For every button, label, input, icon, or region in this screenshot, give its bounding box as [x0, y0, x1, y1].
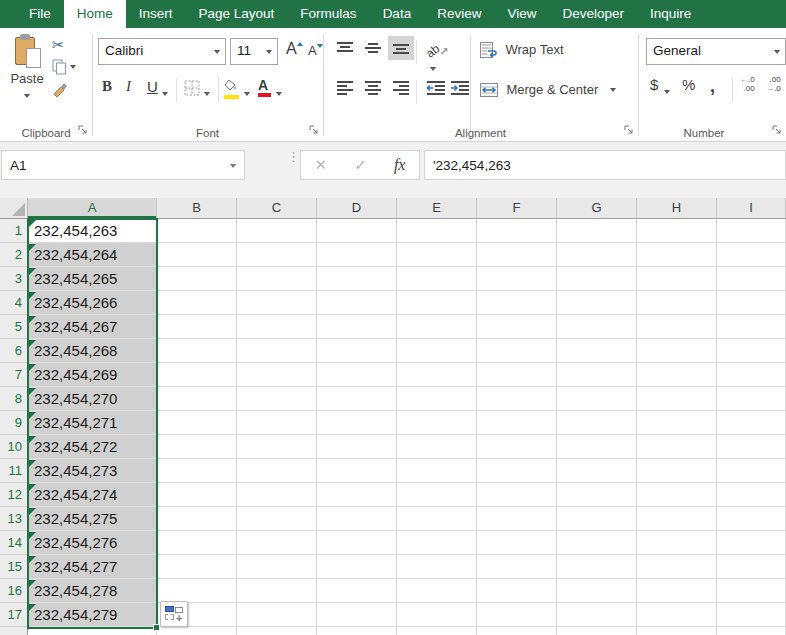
cell-G3[interactable] [557, 267, 637, 291]
cancel-icon[interactable]: ✕ [315, 156, 328, 174]
cell-A10[interactable]: 232,454,272 [28, 435, 157, 459]
increase-indent-button[interactable] [446, 76, 472, 100]
cell-G13[interactable] [557, 507, 637, 531]
insert-function-icon[interactable]: fx [394, 156, 406, 174]
cell-E1[interactable] [397, 219, 477, 243]
cell-B5[interactable] [157, 315, 237, 339]
cell-H9[interactable] [637, 411, 717, 435]
cell-B10[interactable] [157, 435, 237, 459]
formula-input[interactable]: '232,454,263 [424, 150, 786, 180]
cell-F5[interactable] [477, 315, 557, 339]
cell-A5[interactable]: 232,454,267 [28, 315, 157, 339]
cell-F4[interactable] [477, 291, 557, 315]
cell-D12[interactable] [317, 483, 397, 507]
cell-E11[interactable] [397, 459, 477, 483]
cell-H13[interactable] [637, 507, 717, 531]
fill-color-button[interactable] [224, 78, 240, 95]
cell-C18[interactable] [237, 627, 317, 635]
cell-D14[interactable] [317, 531, 397, 555]
cell-G6[interactable] [557, 339, 637, 363]
tab-page-layout[interactable]: Page Layout [186, 0, 288, 28]
number-format-dropdown-icon[interactable] [774, 50, 780, 54]
font-color-button[interactable]: A [258, 77, 268, 93]
cell-A13[interactable]: 232,454,275 [28, 507, 157, 531]
cell-I6[interactable] [717, 339, 786, 363]
decrease-indent-button[interactable] [422, 76, 448, 100]
column-header-F[interactable]: F [477, 198, 557, 218]
cut-button[interactable]: ✂ [52, 34, 90, 56]
shrink-font-button[interactable]: A [308, 43, 323, 58]
orientation-button[interactable]: ab↗ [421, 36, 457, 60]
cell-H18[interactable] [637, 627, 717, 635]
cell-C13[interactable] [237, 507, 317, 531]
cell-E12[interactable] [397, 483, 477, 507]
cell-B3[interactable] [157, 267, 237, 291]
cell-I15[interactable] [717, 555, 786, 579]
cell-C12[interactable] [237, 483, 317, 507]
cell-A8[interactable]: 232,454,270 [28, 387, 157, 411]
cell-B8[interactable] [157, 387, 237, 411]
column-header-B[interactable]: B [157, 198, 237, 218]
cell-C7[interactable] [237, 363, 317, 387]
font-color-dropdown-icon[interactable] [276, 84, 282, 101]
cell-F18[interactable] [477, 627, 557, 635]
paste-dropdown-icon[interactable] [24, 94, 30, 98]
cell-B7[interactable] [157, 363, 237, 387]
tab-data[interactable]: Data [370, 0, 425, 28]
increase-decimal-button[interactable]: ←.0 .00 [740, 75, 755, 93]
cell-I1[interactable] [717, 219, 786, 243]
bold-button[interactable]: B [102, 78, 112, 95]
cell-H2[interactable] [637, 243, 717, 267]
cell-G16[interactable] [557, 579, 637, 603]
percent-button[interactable]: % [682, 76, 695, 93]
number-format-combo[interactable]: General [646, 38, 786, 65]
row-header-17[interactable]: 17 [0, 603, 28, 627]
cell-B15[interactable] [157, 555, 237, 579]
name-box-dropdown-icon[interactable] [230, 164, 236, 168]
cell-E7[interactable] [397, 363, 477, 387]
autofill-options-button[interactable]: + [160, 601, 188, 627]
clipboard-dialog-launcher-icon[interactable] [78, 125, 89, 136]
cell-C5[interactable] [237, 315, 317, 339]
cell-D10[interactable] [317, 435, 397, 459]
cell-I14[interactable] [717, 531, 786, 555]
cell-A14[interactable]: 232,454,276 [28, 531, 157, 555]
cell-H7[interactable] [637, 363, 717, 387]
cell-D7[interactable] [317, 363, 397, 387]
cell-B11[interactable] [157, 459, 237, 483]
cell-F11[interactable] [477, 459, 557, 483]
number-dialog-launcher-icon[interactable] [772, 125, 783, 136]
cell-H3[interactable] [637, 267, 717, 291]
cell-D1[interactable] [317, 219, 397, 243]
cell-I7[interactable] [717, 363, 786, 387]
fill-color-dropdown-icon[interactable] [244, 84, 250, 101]
column-header-H[interactable]: H [637, 198, 717, 218]
align-right-button[interactable] [388, 76, 414, 100]
column-header-A[interactable]: A [28, 198, 157, 218]
cell-I10[interactable] [717, 435, 786, 459]
cell-F13[interactable] [477, 507, 557, 531]
cell-B9[interactable] [157, 411, 237, 435]
row-header-12[interactable]: 12 [0, 483, 28, 507]
cell-H6[interactable] [637, 339, 717, 363]
column-header-G[interactable]: G [557, 198, 637, 218]
cell-B12[interactable] [157, 483, 237, 507]
cell-I13[interactable] [717, 507, 786, 531]
underline-dropdown-icon[interactable] [162, 84, 168, 101]
cell-D3[interactable] [317, 267, 397, 291]
cell-G18[interactable] [557, 627, 637, 635]
cell-E15[interactable] [397, 555, 477, 579]
cell-C8[interactable] [237, 387, 317, 411]
cell-C16[interactable] [237, 579, 317, 603]
cell-A1[interactable]: 232,454,263 [28, 219, 157, 243]
align-left-button[interactable] [332, 76, 358, 100]
cell-E16[interactable] [397, 579, 477, 603]
cell-F1[interactable] [477, 219, 557, 243]
cell-F16[interactable] [477, 579, 557, 603]
cell-G2[interactable] [557, 243, 637, 267]
cell-G14[interactable] [557, 531, 637, 555]
cell-C3[interactable] [237, 267, 317, 291]
cell-E18[interactable] [397, 627, 477, 635]
cell-I2[interactable] [717, 243, 786, 267]
cell-G12[interactable] [557, 483, 637, 507]
